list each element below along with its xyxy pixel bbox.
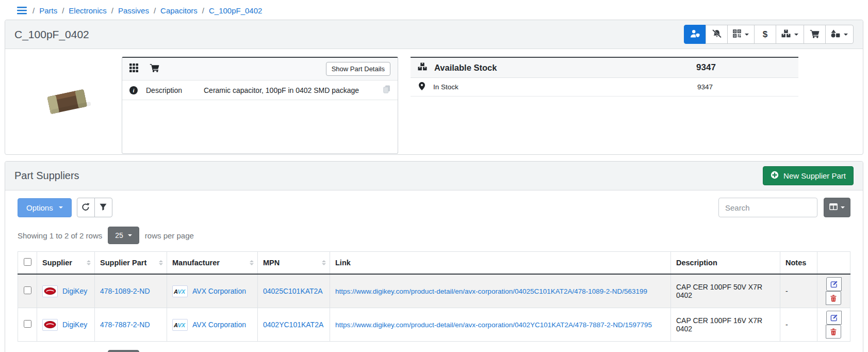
chevron-down-icon — [841, 206, 845, 211]
supplier-cell: DigiKey — [37, 274, 95, 308]
stock-actions-button[interactable] — [776, 25, 804, 44]
digikey-logo — [42, 319, 58, 331]
shapes-icon — [831, 29, 840, 39]
breadcrumb-link-passives[interactable]: Passives — [118, 6, 149, 15]
table-icon-group — [77, 198, 112, 217]
delete-button[interactable] — [826, 291, 841, 305]
select-all-cell — [18, 252, 37, 275]
description-value: Ceramic capacitor, 100pF in 0402 SMD pac… — [204, 86, 383, 94]
table-toolbar: Options — [18, 198, 850, 217]
part-actions-toolbar: $ — [684, 25, 854, 44]
options-button[interactable]: Options — [18, 198, 72, 217]
manufacturer-link[interactable]: AVX Corporation — [192, 321, 246, 329]
suppliers-table: Supplier Supplier Part Manufacturer MPN … — [18, 251, 850, 342]
part-image-cell — [12, 57, 122, 121]
part-suppliers-title: Part Suppliers — [14, 170, 79, 182]
show-part-details-button[interactable]: Show Part Details — [326, 62, 390, 76]
svg-text:VX: VX — [178, 322, 186, 328]
external-url-link[interactable]: https://www.digikey.com/product-detail/e… — [335, 287, 647, 295]
part-details-card-header: Show Part Details — [122, 58, 398, 81]
new-supplier-part-button[interactable]: New Supplier Part — [763, 166, 854, 185]
part-details-card: Show Part Details i Description Ceramic … — [122, 57, 398, 154]
order-part-button[interactable] — [804, 25, 826, 44]
qrcode-icon — [733, 29, 741, 39]
breadcrumb-link-capacitors[interactable]: Capacitors — [160, 6, 198, 15]
in-stock-value: 9347 — [620, 83, 790, 91]
breadcrumb-link-parts[interactable]: Parts — [39, 6, 57, 15]
breadcrumb: / Parts / Electronics / Passives / Capac… — [5, 3, 863, 20]
manufacturer-link[interactable]: AVX Corporation — [192, 287, 246, 295]
row-checkbox[interactable] — [24, 286, 31, 294]
user-shield-icon — [690, 29, 700, 40]
chevron-down-icon — [745, 34, 749, 38]
mpn-cell: 0402YC101KAT2A — [258, 308, 330, 342]
description-cell: CAP CER 100PF 50V X7R 0402 — [671, 274, 780, 308]
description-row: i Description Ceramic capacitor, 100pF i… — [122, 81, 398, 100]
external-url-link[interactable]: https://www.digikey.com/product-detail/e… — [335, 321, 652, 329]
sort-icon — [250, 258, 254, 267]
supplier-link[interactable]: DigiKey — [62, 287, 87, 295]
pagination-showing-text: Showing 1 to 2 of 2 rows — [18, 231, 102, 240]
subscribe-button[interactable] — [684, 25, 706, 44]
part-suppliers-header: Part Suppliers New Supplier Part — [5, 162, 863, 190]
manufacturer-cell: AVX AVX Corporation — [167, 308, 258, 342]
map-pin-icon — [419, 82, 425, 92]
breadcrumb-link-electronics[interactable]: Electronics — [69, 6, 106, 15]
actions-cell — [817, 308, 850, 342]
row-checkbox[interactable] — [24, 320, 31, 328]
table-search-tools — [718, 198, 850, 217]
edit-button[interactable] — [826, 311, 842, 325]
notes-cell: - — [780, 308, 817, 342]
edit-button[interactable] — [826, 277, 842, 291]
sort-icon — [87, 258, 91, 267]
column-header-supplier-part[interactable]: Supplier Part — [95, 252, 167, 275]
in-stock-label: In Stock — [433, 83, 458, 91]
column-header-description: Description — [671, 252, 780, 275]
copy-icon[interactable] — [383, 85, 390, 95]
filter-button[interactable] — [94, 198, 112, 217]
refresh-icon — [81, 203, 90, 213]
chevron-down-icon — [794, 34, 798, 38]
select-all-checkbox[interactable] — [24, 258, 31, 266]
digikey-logo — [42, 285, 58, 297]
supplier-link[interactable]: DigiKey — [62, 321, 87, 329]
breadcrumb-link-current-part[interactable]: C_100pF_0402 — [209, 6, 262, 15]
notifications-off-button[interactable] — [706, 25, 728, 44]
table-row: DigiKey 478-1089-2-ND AVX AVX Corporatio… — [18, 274, 850, 308]
column-header-supplier[interactable]: Supplier — [37, 252, 95, 275]
svg-text:VX: VX — [178, 289, 186, 295]
part-actions-button[interactable] — [825, 25, 854, 44]
page-size-button[interactable]: 25 — [108, 227, 139, 244]
pagination-top: Showing 1 to 2 of 2 rows 25 rows per pag… — [18, 227, 850, 244]
sort-icon — [159, 258, 163, 267]
column-header-manufacturer[interactable]: Manufacturer — [167, 252, 258, 275]
pricing-button[interactable]: $ — [754, 25, 776, 44]
chevron-down-icon — [128, 234, 132, 238]
breadcrumb-separator: / — [62, 6, 64, 15]
supplier-part-link[interactable]: 478-7887-2-ND — [100, 321, 150, 329]
barcode-actions-button[interactable] — [727, 25, 755, 44]
filter-icon — [100, 203, 107, 212]
breadcrumb-separator: / — [202, 6, 204, 15]
options-label: Options — [26, 203, 53, 212]
refresh-button[interactable] — [77, 198, 95, 217]
columns-button[interactable] — [824, 198, 850, 217]
page-size-button[interactable]: 25 — [108, 350, 139, 352]
description-cell: CAP CER 100PF 16V X7R 0402 — [671, 308, 780, 342]
in-stock-row: In Stock 9347 — [411, 78, 798, 97]
cart-icon — [150, 63, 159, 74]
column-header-mpn[interactable]: MPN — [258, 252, 330, 275]
cart-icon — [810, 29, 820, 40]
search-input[interactable] — [718, 198, 817, 217]
link-cell: https://www.digikey.com/product-detail/e… — [330, 308, 671, 342]
mpn-link[interactable]: 04025C101KAT2A — [263, 287, 323, 295]
breadcrumb-separator: / — [32, 6, 35, 15]
bell-slash-icon — [712, 29, 722, 40]
supplier-part-link[interactable]: 478-1089-2-ND — [100, 287, 150, 295]
menu-icon[interactable] — [16, 6, 28, 15]
part-thumbnail[interactable] — [43, 84, 91, 121]
description-label: Description — [146, 86, 204, 94]
delete-button[interactable] — [826, 325, 841, 339]
mpn-link[interactable]: 0402YC101KAT2A — [263, 321, 323, 329]
supplier-part-cell: 478-1089-2-ND — [95, 274, 167, 308]
